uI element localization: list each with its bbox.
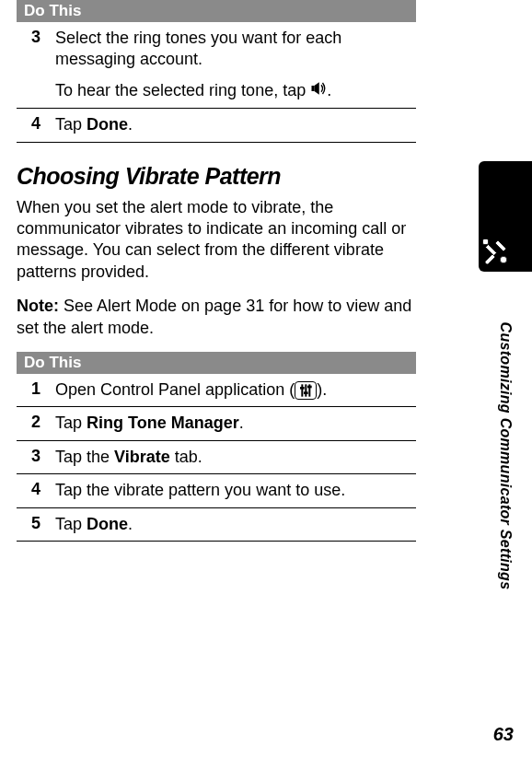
step-text: Select the ring tones you want for each … bbox=[55, 28, 416, 102]
step-text-post: . bbox=[128, 115, 133, 134]
step-number: 3 bbox=[17, 447, 55, 468]
bottom-step-row-3: 3 Tap the Vibrate tab. bbox=[17, 441, 416, 474]
step-text: Tap Ring Tone Manager. bbox=[55, 413, 416, 434]
step-text: Tap the Vibrate tab. bbox=[55, 447, 416, 468]
bottom-step-row-1: 1 Open Control Panel application ( ). bbox=[17, 374, 416, 407]
section-title: Choosing Vibrate Pattern bbox=[17, 163, 416, 190]
speaker-icon bbox=[310, 80, 327, 102]
step-text-bold: Done bbox=[87, 515, 128, 533]
step-text-sub-post: . bbox=[327, 81, 331, 99]
bottom-step-row-5: 5 Tap Done. bbox=[17, 508, 416, 542]
bottom-step-row-4: 4 Tap the vibrate pattern you want to us… bbox=[17, 474, 416, 507]
control-panel-icon bbox=[295, 381, 317, 400]
step-text-main: Select the ring tones you want for each … bbox=[55, 29, 341, 68]
step-text-pre: Tap bbox=[55, 115, 87, 134]
svg-rect-8 bbox=[483, 239, 489, 245]
section-note: Note: See Alert Mode on page 31 for how … bbox=[17, 296, 416, 339]
step-number: 4 bbox=[17, 480, 55, 501]
step-text-sub-pre: To hear the selected ring tone, tap bbox=[55, 81, 310, 99]
step-text-post: ). bbox=[317, 380, 327, 399]
step-text-post: . bbox=[128, 515, 133, 533]
step-text-bold: Vibrate bbox=[114, 448, 170, 466]
step-text-pre: Open Control Panel application ( bbox=[55, 380, 295, 399]
svg-rect-5 bbox=[300, 387, 305, 390]
step-text: Tap Done. bbox=[55, 514, 416, 535]
step-text: Tap the vibrate pattern you want to use. bbox=[55, 480, 416, 501]
svg-rect-6 bbox=[304, 392, 308, 395]
step-number: 2 bbox=[17, 413, 55, 434]
step-text-bold: Ring Tone Manager bbox=[87, 414, 239, 432]
step-number: 4 bbox=[17, 114, 55, 135]
step-text-post: tab. bbox=[170, 448, 202, 466]
step-text-pre: Tap the bbox=[55, 448, 114, 466]
step-number: 1 bbox=[17, 379, 55, 401]
top-table-header: Do This bbox=[17, 0, 416, 22]
svg-point-9 bbox=[500, 256, 507, 263]
step-number: 3 bbox=[17, 28, 55, 102]
page-number: 63 bbox=[493, 724, 514, 745]
section-paragraph: When you set the alert mode to vibrate, … bbox=[17, 197, 416, 284]
bottom-table-header: Do This bbox=[17, 352, 416, 374]
svg-rect-7 bbox=[307, 386, 312, 389]
step-number: 5 bbox=[17, 514, 55, 535]
note-text: See Alert Mode on page 31 for how to vie… bbox=[17, 297, 411, 336]
side-tab: Customizing Communicator Settings bbox=[479, 161, 532, 566]
wrench-screwdriver-icon bbox=[479, 235, 512, 268]
step-text-main: Tap the vibrate pattern you want to use. bbox=[55, 481, 345, 499]
svg-rect-2 bbox=[301, 385, 303, 397]
top-step-row-4: 4 Tap Done. bbox=[17, 109, 416, 142]
step-text-pre: Tap bbox=[55, 515, 87, 533]
side-tab-label-container: Customizing Communicator Settings bbox=[479, 281, 532, 631]
svg-marker-1 bbox=[315, 82, 319, 95]
step-text-post: . bbox=[239, 414, 244, 432]
step-text-pre: Tap bbox=[55, 414, 87, 432]
step-text-bold: Done bbox=[87, 115, 128, 134]
top-step-row-3: 3 Select the ring tones you want for eac… bbox=[17, 22, 416, 109]
step-text: Open Control Panel application ( ). bbox=[55, 379, 416, 401]
bottom-step-row-2: 2 Tap Ring Tone Manager. bbox=[17, 407, 416, 440]
step-text: Tap Done. bbox=[55, 114, 416, 135]
svg-rect-0 bbox=[312, 86, 315, 91]
side-tab-label: Customizing Communicator Settings bbox=[497, 322, 514, 590]
svg-rect-3 bbox=[305, 385, 306, 397]
note-label: Note: bbox=[17, 297, 59, 315]
